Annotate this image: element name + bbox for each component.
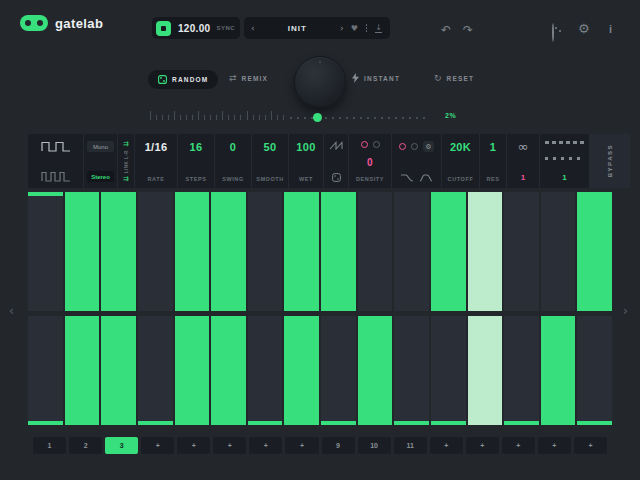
pattern-add-button[interactable]: + <box>538 437 571 454</box>
step-bar[interactable] <box>175 316 210 425</box>
swing-value[interactable]: 0 <box>230 141 236 153</box>
random-button[interactable]: RANDOM <box>148 70 218 89</box>
steps-cell[interactable]: 16 STEPS <box>178 134 215 188</box>
preset-prev-button[interactable]: ‹ <box>244 23 262 33</box>
wet-cell[interactable]: 100 WET <box>289 134 324 188</box>
step-cell-top-11[interactable] <box>394 192 429 311</box>
step-bar[interactable] <box>468 316 503 425</box>
step-cell-top-5[interactable] <box>175 192 210 311</box>
step-cell-top-12[interactable] <box>431 192 466 311</box>
pattern-add-button[interactable]: + <box>141 437 174 454</box>
step-bar[interactable] <box>284 192 319 311</box>
pattern-add-button[interactable]: + <box>213 437 246 454</box>
res-cell[interactable]: 1 RES <box>480 134 507 188</box>
step-bar[interactable] <box>28 192 63 196</box>
smooth-cell[interactable]: 50 SMOOTH <box>252 134 289 188</box>
step-bar[interactable] <box>101 316 136 425</box>
preset-name[interactable]: INIT <box>262 24 333 33</box>
step-cell-bottom-15[interactable] <box>541 316 576 425</box>
step-cell-bottom-14[interactable] <box>504 316 539 425</box>
step-cell-bottom-2[interactable] <box>65 316 100 425</box>
step-bar[interactable] <box>101 192 136 311</box>
step-cell-top-4[interactable] <box>138 192 173 311</box>
tempo-display[interactable]: 120.00 <box>178 23 210 34</box>
favorite-icon[interactable]: ♥ <box>351 24 358 33</box>
step-bar[interactable] <box>358 316 393 425</box>
step-cell-bottom-1[interactable] <box>28 316 63 425</box>
infinity-icon[interactable]: ∞ <box>518 141 529 153</box>
mono-button[interactable]: Mono <box>87 141 114 152</box>
step-cell-top-10[interactable] <box>358 192 393 311</box>
step-cell-bottom-12[interactable] <box>431 316 466 425</box>
step-cell-top-7[interactable] <box>248 192 283 311</box>
preset-next-button[interactable]: › <box>333 23 351 33</box>
pattern-slot-3[interactable]: 3 <box>105 437 138 454</box>
save-preset-icon[interactable]: ↓ <box>375 24 382 33</box>
wet-value[interactable]: 100 <box>296 141 315 153</box>
sync-toggle[interactable]: SYNC <box>216 25 235 31</box>
step-cell-bottom-11[interactable] <box>394 316 429 425</box>
rate-cell[interactable]: 1/16 RATE <box>135 134 178 188</box>
smooth-value[interactable]: 50 <box>264 141 277 153</box>
pattern-slot-10[interactable]: 10 <box>358 437 391 454</box>
step-cell-top-13[interactable] <box>468 192 503 311</box>
step-cell-bottom-6[interactable] <box>211 316 246 425</box>
step-cell-top-9[interactable] <box>321 192 356 311</box>
shift-right-button[interactable]: › <box>623 304 628 318</box>
step-cell-top-2[interactable] <box>65 192 100 311</box>
steps-value[interactable]: 16 <box>190 141 203 153</box>
info-icon[interactable]: i <box>609 23 612 35</box>
preset-menu-icon[interactable] <box>366 24 368 32</box>
cutoff-value[interactable]: 20K <box>450 141 471 153</box>
step-cell-bottom-3[interactable] <box>101 316 136 425</box>
step-cell-top-14[interactable] <box>504 192 539 311</box>
step-cell-top-8[interactable] <box>284 192 319 311</box>
step-bar[interactable] <box>211 316 246 425</box>
link-arrow-down-icon[interactable]: ⇉ <box>123 176 129 182</box>
step-bar[interactable] <box>321 192 356 311</box>
step-bar[interactable] <box>65 316 100 425</box>
rate-value[interactable]: 1/16 <box>145 141 168 153</box>
step-cell-bottom-9[interactable] <box>321 316 356 425</box>
step-bar[interactable] <box>248 421 283 425</box>
redo-icon[interactable]: ↷ <box>463 23 473 37</box>
loop-count-value[interactable]: 1 <box>521 173 525 182</box>
instant-control[interactable]: INSTANT <box>352 73 400 83</box>
step-bar[interactable] <box>541 316 576 425</box>
cutoff-cell[interactable]: 20K CUTOFF <box>442 134 480 188</box>
reset-control[interactable]: ↻ RESET <box>434 73 474 83</box>
bandpass-curve-icon[interactable] <box>419 173 433 182</box>
lowpass-curve-icon[interactable] <box>400 173 414 182</box>
step-bar[interactable] <box>284 316 319 425</box>
step-bar[interactable] <box>431 421 466 425</box>
filter-off-icon[interactable] <box>411 143 418 150</box>
step-bar[interactable] <box>394 421 429 425</box>
density-value[interactable]: 0 <box>367 157 373 168</box>
shift-left-button[interactable]: ‹ <box>9 304 14 318</box>
step-bar[interactable] <box>175 192 210 311</box>
step-bar[interactable] <box>138 421 173 425</box>
pattern-preview-icon[interactable] <box>545 141 585 144</box>
step-cell-top-3[interactable] <box>101 192 136 311</box>
step-bar[interactable] <box>577 192 612 311</box>
step-cell-bottom-7[interactable] <box>248 316 283 425</box>
pattern-add-button[interactable]: + <box>430 437 463 454</box>
pattern-slot-1[interactable]: 1 <box>33 437 66 454</box>
density-circle-b-icon[interactable] <box>373 141 380 148</box>
remix-control[interactable]: ⇄ REMIX <box>229 73 268 83</box>
dice-mini-icon[interactable] <box>332 173 341 182</box>
amount-slider-handle[interactable] <box>313 113 322 122</box>
step-cell-top-16[interactable] <box>577 192 612 311</box>
saw-wave-icon[interactable] <box>329 141 344 150</box>
dice-icon[interactable] <box>552 23 554 42</box>
step-bar[interactable] <box>468 192 503 311</box>
link-arrow-up-icon[interactable]: ⇉ <box>123 141 129 147</box>
pattern-add-button[interactable]: + <box>249 437 282 454</box>
step-cell-bottom-16[interactable] <box>577 316 612 425</box>
pattern-add-button[interactable]: + <box>574 437 607 454</box>
step-bar[interactable] <box>65 192 100 311</box>
pulse-wave-icon[interactable] <box>41 171 71 182</box>
step-bar[interactable] <box>577 421 612 425</box>
step-bar[interactable] <box>211 192 246 311</box>
undo-icon[interactable]: ↶ <box>441 23 451 37</box>
